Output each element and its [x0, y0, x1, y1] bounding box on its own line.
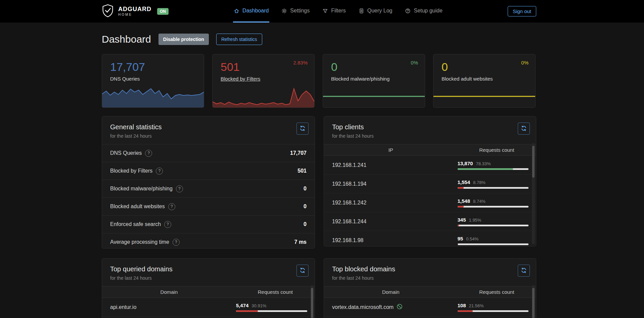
progress-bar: [458, 243, 528, 245]
top-queried-list: api.entur.io 5,474 30.91%: [102, 298, 315, 317]
nav-item-dashboard[interactable]: Dashboard: [233, 0, 269, 22]
statistics-row: Average processing time ? 7 ms: [102, 233, 315, 248]
request-count: 1,554: [458, 179, 470, 185]
client-row: 192.168.1.241 13,870 78.33%: [324, 156, 536, 175]
refresh-icon: [300, 125, 306, 132]
progress-bar: [458, 168, 528, 170]
client-ip[interactable]: 192.168.1.242: [324, 200, 458, 206]
nav-item-setup-guide[interactable]: Setup guide: [404, 0, 443, 22]
statistics-row: Enforced safe search ? 0: [102, 215, 315, 233]
page-title: Dashboard: [102, 34, 151, 45]
refresh-statistics-button[interactable]: Refresh statistics: [216, 34, 262, 45]
table-header: Domain Requests count: [102, 286, 315, 298]
request-count: 1,548: [458, 198, 470, 204]
filtered-icon[interactable]: [397, 304, 403, 311]
statistic-label: DNS Queries: [110, 150, 142, 156]
help-icon[interactable]: ?: [145, 150, 152, 157]
statistic-label: Blocked adult websites: [110, 203, 165, 210]
request-count: 13,870: [458, 161, 473, 166]
column-header-ip: IP: [324, 147, 458, 153]
progress-bar: [458, 187, 528, 189]
client-row: 192.168.1.242 1,548 8.74%: [324, 193, 536, 212]
request-percent: 1.95%: [469, 218, 481, 223]
progress-bar-fill: [236, 310, 258, 312]
stat-card-dns-queries: 17,707 DNS Queries: [102, 54, 204, 108]
help-icon[interactable]: ?: [156, 168, 163, 175]
nav-label: Dashboard: [242, 8, 269, 14]
nav-label: Query Log: [367, 8, 393, 14]
main-nav: Dashboard Settings Filters: [233, 0, 443, 22]
stat-percent: 2.83%: [293, 60, 308, 65]
refresh-panel-button[interactable]: [518, 265, 530, 277]
domain-name[interactable]: api.entur.io: [110, 304, 136, 310]
scrollbar-track[interactable]: [532, 143, 535, 244]
request-percent: 78.33%: [476, 161, 491, 166]
client-row: 192.168.1.98 95 0.54%: [324, 231, 536, 246]
refresh-panel-button[interactable]: [518, 123, 530, 135]
statistics-row: Blocked malware/phishing ? 0: [102, 180, 315, 197]
stat-percent: 0%: [411, 60, 418, 65]
statistic-label: Blocked malware/phishing: [110, 186, 173, 192]
panel-subtitle: for the last 24 hours: [110, 133, 307, 139]
column-header-domain: Domain: [324, 289, 458, 295]
stat-percent: 0%: [521, 60, 528, 65]
request-percent: 21.56%: [469, 303, 484, 308]
stat-value: 17,707: [110, 60, 204, 74]
sign-out-button[interactable]: Sign out: [508, 6, 536, 16]
refresh-icon: [521, 267, 527, 274]
sparkline-chart: [433, 86, 535, 107]
refresh-icon: [300, 267, 306, 274]
stat-label: Blocked malware/phishing: [331, 76, 425, 82]
brand[interactable]: ADGUARD HOME ON: [102, 0, 169, 22]
client-ip[interactable]: 192.168.1.244: [324, 219, 458, 225]
client-ip[interactable]: 192.168.1.98: [324, 237, 458, 243]
sparkline-chart: [102, 86, 204, 107]
nav-label: Filters: [331, 8, 346, 14]
statistic-value: 17,707: [290, 150, 307, 156]
help-icon[interactable]: ?: [168, 203, 175, 210]
column-header-requests: Requests count: [236, 289, 315, 295]
brand-name: ADGUARD: [118, 6, 151, 12]
general-statistics-panel: General statistics for the last 24 hours…: [102, 116, 315, 248]
nav-item-query-log[interactable]: Query Log: [358, 0, 393, 22]
client-row: 192.168.1.194 1,554 8.78%: [324, 175, 536, 193]
stat-label: DNS Queries: [110, 76, 204, 82]
refresh-panel-button[interactable]: [296, 123, 309, 135]
scrollbar-track[interactable]: [532, 285, 535, 318]
help-icon[interactable]: ?: [164, 221, 171, 228]
general-stats-list: DNS Queries ? 17,707 Blocked by Filters …: [102, 144, 315, 248]
scrollbar-track[interactable]: [311, 285, 314, 318]
nav-item-settings[interactable]: Settings: [281, 0, 310, 22]
navbar: ADGUARD HOME ON Dashboard Settings: [0, 0, 644, 22]
client-ip[interactable]: 192.168.1.194: [324, 181, 458, 187]
scrollbar-thumb[interactable]: [532, 146, 535, 178]
client-ip[interactable]: 192.168.1.241: [324, 162, 458, 168]
help-icon[interactable]: ?: [176, 185, 183, 192]
column-header-requests: Requests count: [458, 289, 536, 295]
scrollbar-thumb[interactable]: [532, 288, 535, 318]
stat-label-link[interactable]: Blocked by Filters: [221, 76, 314, 82]
panel-subtitle: for the last 24 hours: [332, 275, 528, 281]
stat-label: Blocked adult websites: [442, 76, 535, 82]
panel-title: Top clients: [332, 123, 528, 131]
top-clients-list: 192.168.1.241 13,870 78.33% 192.168.1.19…: [324, 156, 536, 246]
domain-row: vortex.data.microsoft.com 108 21.56%: [324, 298, 536, 317]
disable-protection-button[interactable]: Disable protection: [158, 34, 209, 45]
statistics-row: Blocked adult websites ? 0: [102, 197, 315, 215]
progress-bar-fill: [458, 225, 459, 226]
query-log-icon: [359, 8, 364, 14]
progress-bar-fill: [458, 243, 458, 245]
brand-subtitle: HOME: [118, 13, 151, 16]
nav-item-filters[interactable]: Filters: [322, 0, 347, 22]
nav-label: Settings: [290, 8, 310, 14]
statistic-label: Blocked by Filters: [110, 168, 152, 174]
progress-bar: [458, 225, 528, 226]
sparkline-chart: [213, 86, 314, 107]
statistic-label: Enforced safe search: [110, 221, 161, 227]
stat-cards-row: 17,707 DNS Queries 501 Blocked by Filter…: [102, 54, 536, 108]
refresh-panel-button[interactable]: [296, 265, 309, 277]
help-icon[interactable]: ?: [173, 239, 180, 246]
domain-name[interactable]: vortex.data.microsoft.com: [332, 304, 394, 310]
domain-row: api.entur.io 5,474 30.91%: [102, 298, 315, 317]
scrollbar-thumb[interactable]: [311, 288, 313, 318]
